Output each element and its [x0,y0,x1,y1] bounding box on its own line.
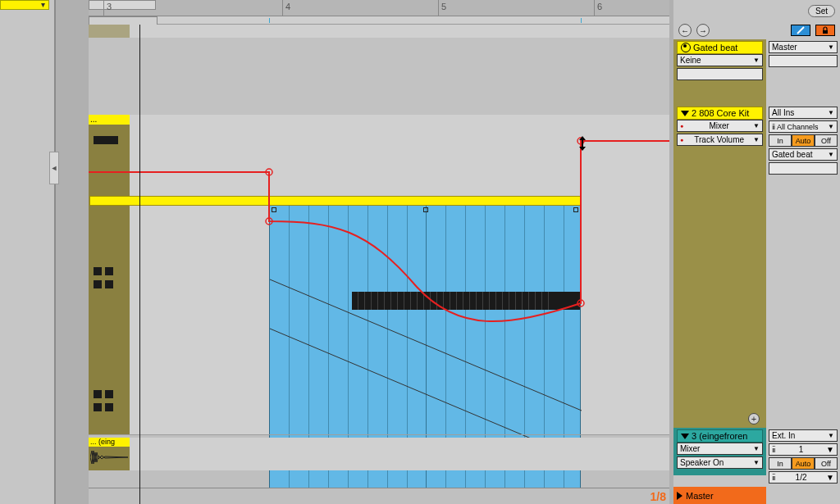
add-lane-button[interactable]: + [748,413,760,425]
monitor-in-button[interactable]: In [769,134,792,147]
track-header-audio[interactable]: 3 (eingefroren Mixer▼ Speaker On▼ Ext. I… [673,428,840,487]
clip-title[interactable]: ... [89,115,130,125]
monitor-off-button[interactable]: Off [815,134,838,147]
bar-label-6: 6 [597,2,602,11]
device-chooser[interactable]: Keine▼ [677,54,763,66]
track-header-gated[interactable]: Gated beat Keine▼ Master▼ [673,39,840,105]
bar-label-5: 5 [441,2,446,11]
track-header-master[interactable]: Master [673,487,840,504]
audio-clip-frozen[interactable]: ... (eing [89,438,130,470]
input-channel[interactable]: ⅱ1▼ [769,443,838,456]
track-name-audio: 3 (eingefroren [677,429,763,443]
input-channel[interactable]: ⅱAll Channels▼ [769,120,838,133]
loop-brace-strip[interactable] [89,16,669,25]
output-routing[interactable]: Master▼ [769,41,838,53]
monitor-auto-button[interactable]: Auto [792,457,815,470]
track-lane-audio[interactable]: ... (eing [89,438,669,470]
fold-toggle-icon[interactable] [681,111,689,116]
clip-fragment-gated[interactable] [89,25,130,115]
output-channel[interactable]: ⅱ1/2▼ [769,471,838,484]
clip-handle[interactable] [272,207,276,212]
midi-clip-left[interactable]: ... [89,115,130,434]
playhead[interactable] [139,25,140,504]
overview-box[interactable] [89,0,156,10]
lock-envelopes-toggle[interactable] [815,25,835,36]
grid-quantize-label: 1/8 [651,490,666,503]
input-routing[interactable]: All Ins▼ [769,107,838,119]
parameter-chooser[interactable]: Track Volume▼ [677,134,763,146]
timeline-ruler[interactable]: 3 4 5 6 [89,0,669,16]
midi-notes [94,131,125,415]
track-header-808[interactable]: 2 808 Core Kit Mixer▼ Track Volume▼ + Al… [673,105,840,428]
monitor-off-button[interactable]: Off [815,457,838,470]
output-routing[interactable]: Gated beat▼ [769,148,838,161]
output-channel[interactable] [769,162,838,175]
monitor-toggle[interactable]: In Auto Off [769,457,838,470]
track-name-label: 3 (eingefroren [692,431,748,441]
arrangement-view[interactable]: ... [89,25,669,504]
clip-handle[interactable] [423,207,428,212]
nudge-left-button[interactable]: ← [678,24,692,37]
draw-mode-toggle[interactable] [791,25,810,36]
play-icon[interactable] [677,492,682,500]
parameter-chooser[interactable]: Speaker On▼ [677,456,763,469]
bar-label-3: 3 [107,2,112,11]
breakpoint-cursor-icon [577,136,588,153]
nudge-right-button[interactable]: → [696,24,710,37]
track-headers-panel: Set ← → Gated beat Keine▼ Master▼ [673,0,840,504]
track-lane-gated[interactable] [89,25,669,115]
output-channel[interactable] [769,55,838,67]
parameter-chooser[interactable] [677,68,763,80]
set-button[interactable]: Set [808,5,835,17]
monitor-in-button[interactable]: In [769,457,792,470]
arrangement-footer: 1/8 [89,488,669,504]
waveform-icon [90,447,128,467]
monitor-toggle[interactable]: In Auto Off [769,134,838,147]
svg-rect-6 [823,30,828,34]
device-chooser[interactable]: Mixer▼ [677,120,763,132]
track-name-label: Gated beat [693,43,737,52]
browser-sidebar: ▾ ◄ [0,0,56,504]
monitor-auto-button[interactable]: Auto [792,134,815,147]
track-name-label: Master [686,491,714,501]
clip-title-bar[interactable] [89,196,582,206]
browser-collapse-handle[interactable]: ◄ [49,152,59,184]
fold-toggle-icon[interactable] [681,434,689,439]
track-name-gated: Gated beat [677,41,763,54]
track-name-label: 2 808 Core Kit [692,108,749,118]
clip-handle[interactable] [573,207,578,212]
triangle-down-icon: ▾ [41,0,45,9]
lock-icon [821,26,829,34]
track-activator-icon[interactable] [681,43,691,52]
clip-title[interactable]: ... (eing [89,438,130,447]
set-toolbar: Set [673,0,840,21]
device-chooser[interactable]: Mixer▼ [677,443,763,455]
midi-note-block [352,292,580,310]
bar-label-4: 4 [285,2,290,11]
track-name-808: 2 808 Core Kit [677,107,763,120]
input-routing[interactable]: Ext. In▼ [769,429,838,442]
track-lane-808[interactable]: ... [89,115,669,434]
svg-point-2 [266,169,272,175]
